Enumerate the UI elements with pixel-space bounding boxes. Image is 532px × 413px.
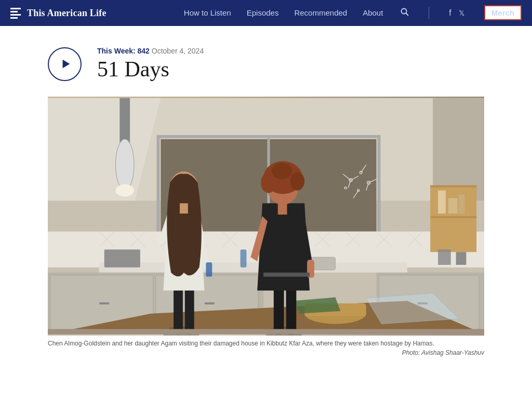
svg-line-1 [406, 14, 409, 16]
this-week-label: This Week: 842 October 4, 2024 [97, 47, 204, 55]
svg-rect-63 [438, 191, 446, 214]
svg-rect-67 [456, 252, 467, 265]
episode-date: October 4, 2024 [152, 47, 204, 55]
svg-rect-91 [263, 273, 310, 277]
site-logo[interactable]: This American Life [10, 8, 107, 19]
svg-rect-83 [180, 203, 188, 214]
svg-point-0 [402, 9, 407, 14]
svg-rect-48 [99, 262, 407, 273]
kitchen-svg [48, 97, 484, 336]
svg-rect-98 [48, 329, 484, 335]
photo-credit: Photo: Avishag Shaar-Yashuv [48, 348, 484, 357]
svg-rect-55 [99, 302, 110, 304]
episode-title: 51 Days [97, 57, 204, 81]
episode-info: This Week: 842 October 4, 2024 51 Days [97, 47, 204, 81]
svg-marker-2 [62, 60, 70, 69]
navbar: This American Life How to Listen Episode… [0, 0, 532, 26]
logo-icon [10, 8, 21, 19]
svg-rect-86 [286, 288, 297, 335]
main-content: This Week: 842 October 4, 2024 51 Days [17, 26, 515, 378]
svg-rect-77 [185, 288, 194, 335]
svg-point-96 [272, 163, 292, 179]
nav-about[interactable]: About [363, 8, 383, 17]
play-icon [60, 58, 72, 70]
nav-recommended[interactable]: Recommended [294, 8, 347, 17]
play-button[interactable] [48, 47, 82, 81]
nav-how-to-listen[interactable]: How to Listen [184, 8, 231, 17]
svg-rect-66 [438, 249, 451, 265]
social-links: f 𝕏 [449, 8, 464, 18]
nav-divider [429, 7, 429, 19]
svg-point-8 [115, 139, 134, 191]
nav-links: How to Listen Episodes Recommended About… [184, 7, 522, 19]
svg-marker-87 [257, 203, 310, 290]
search-icon[interactable] [401, 9, 409, 18]
svg-rect-56 [204, 302, 215, 304]
caption-text: Chen Almog-Goldstein and her daughter Ag… [48, 339, 484, 348]
svg-rect-68 [104, 249, 140, 268]
svg-rect-61 [430, 185, 476, 188]
this-week-text: This Week: [97, 47, 136, 55]
twitter-link[interactable]: 𝕏 [459, 9, 464, 17]
svg-point-9 [115, 184, 134, 197]
episode-photo [48, 97, 484, 336]
svg-rect-69 [241, 249, 247, 268]
svg-rect-60 [430, 185, 476, 252]
episode-header: This Week: 842 October 4, 2024 51 Days [48, 47, 484, 81]
episode-number: 842 [138, 47, 150, 55]
svg-rect-97 [278, 203, 287, 215]
svg-rect-76 [174, 288, 183, 335]
facebook-link[interactable]: f [449, 8, 451, 18]
svg-rect-81 [206, 262, 212, 277]
photo-caption: Chen Almog-Goldstein and her daughter Ag… [48, 339, 484, 357]
merch-button[interactable]: Merch [484, 5, 522, 20]
episode-photo-container: Chen Almog-Goldstein and her daughter Ag… [48, 97, 484, 357]
site-title: This American Life [27, 8, 107, 19]
svg-rect-85 [274, 288, 284, 335]
svg-rect-62 [430, 216, 476, 218]
svg-point-95 [290, 172, 304, 191]
svg-rect-65 [459, 195, 465, 215]
svg-rect-6 [433, 98, 484, 201]
svg-rect-64 [448, 198, 458, 214]
nav-episodes[interactable]: Episodes [247, 8, 279, 17]
